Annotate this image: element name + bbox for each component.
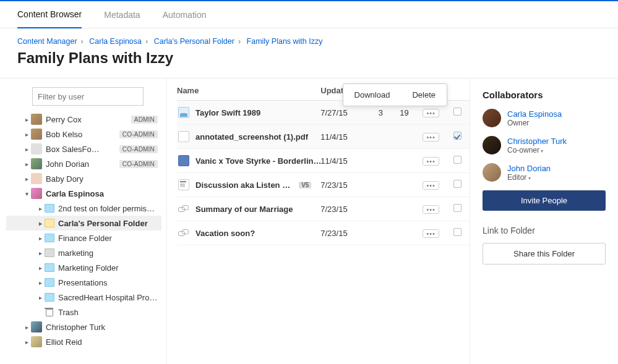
link-icon <box>178 203 189 214</box>
chevron-down-icon <box>539 146 543 154</box>
folder-icon <box>45 219 54 227</box>
sidebar-user-item[interactable]: ▸Perry CoxADMIN <box>6 112 161 127</box>
tab-metadata[interactable]: Metadata <box>104 1 140 28</box>
sidebar-user-item[interactable]: ▸Christopher Turk <box>6 320 161 334</box>
file-name-cell: Taylor Swift 1989 <box>177 107 320 118</box>
chevron-right-icon[interactable]: ▸ <box>22 176 31 182</box>
filter-by-user-input[interactable] <box>32 87 144 106</box>
sidebar-folder-label: Marketing Folder <box>58 263 158 273</box>
chevron-right-icon[interactable]: ▸ <box>36 235 45 242</box>
chevron-right-icon[interactable]: ▸ <box>22 146 31 153</box>
folder-icon <box>45 248 54 257</box>
sidebar-user-item[interactable]: ▸Bob KelsoCO-ADMIN <box>6 127 161 142</box>
more-button[interactable]: ••• <box>423 157 439 166</box>
row-checkbox[interactable] <box>453 228 461 236</box>
collab-count-cell <box>369 173 392 197</box>
breadcrumb-item[interactable]: Carla Espinosa <box>89 37 142 46</box>
table-row[interactable]: Vanic x Tove Styrke - Borderlin…11/4/15•… <box>177 149 470 173</box>
more-button[interactable]: ••• <box>423 109 439 117</box>
avatar <box>483 109 501 127</box>
col-select-header[interactable] <box>446 78 470 101</box>
more-button[interactable]: ••• <box>423 133 439 142</box>
row-checkbox[interactable] <box>453 132 461 140</box>
folder-icon <box>45 293 54 302</box>
more-button[interactable]: ••• <box>423 181 439 190</box>
file-name-cell: Vacation soon? <box>177 227 320 239</box>
sidebar-folder-item[interactable]: ▸Marketing Folder <box>6 260 161 275</box>
chevron-right-icon[interactable]: ▸ <box>36 205 45 212</box>
table-row[interactable]: Discussion aka Listen …V57/23/15••• <box>177 173 470 197</box>
sidebar-folder-item[interactable]: ▸2nd test on folder permissi… <box>6 201 161 216</box>
chevron-down-icon[interactable]: ▾ <box>22 190 31 197</box>
more-button[interactable]: ••• <box>423 205 439 214</box>
table-row[interactable]: Summary of our Marriage7/23/15••• <box>177 197 470 221</box>
tab-content-browser[interactable]: Content Browser <box>17 2 82 28</box>
sidebar-folder-label: Trash <box>58 308 158 317</box>
avatar <box>31 321 42 332</box>
delete-button[interactable]: Delete <box>401 84 447 106</box>
sidebar-folder-item[interactable]: ▸Presentations <box>6 275 161 290</box>
table-row[interactable]: Vacation soon?7/23/15••• <box>177 221 470 245</box>
file-name-cell: Discussion aka Listen …V5 <box>177 179 320 190</box>
chevron-right-icon[interactable]: ▸ <box>22 131 31 138</box>
table-row[interactable]: annotated_screenshot (1).pdf11/4/15••• <box>177 125 470 149</box>
sidebar-folder-item[interactable]: ▸Finance Folder <box>6 231 161 245</box>
chevron-right-icon[interactable]: ▸ <box>22 161 31 167</box>
tab-automation[interactable]: Automation <box>163 1 207 28</box>
sidebar-user-label: Elliot Reid <box>46 337 158 347</box>
chevron-right-icon[interactable]: ▸ <box>36 265 45 271</box>
more-button[interactable]: ••• <box>423 229 439 238</box>
sidebar-user-item[interactable]: ▸Elliot Reid <box>6 334 161 349</box>
sidebar-folder-item[interactable]: ▸SacredHeart Hospital Projects <box>6 290 161 305</box>
breadcrumb-sep: › <box>81 37 84 46</box>
chevron-right-icon[interactable]: ▸ <box>22 116 31 123</box>
collaborator-role[interactable]: Editor <box>507 173 551 182</box>
row-checkbox[interactable] <box>453 204 461 212</box>
invite-people-button[interactable]: Invite People <box>483 190 606 211</box>
chevron-right-icon[interactable]: ▸ <box>36 279 45 286</box>
comment-count-cell <box>392 221 416 245</box>
chevron-right-icon[interactable]: ▸ <box>22 339 31 345</box>
share-folder-button[interactable]: Share this Folder <box>483 243 606 265</box>
collaborator-name[interactable]: Carla Espinosa <box>507 109 562 119</box>
role-badge: CO-ADMIN <box>119 160 158 168</box>
collaborator-name[interactable]: John Dorian <box>507 164 551 173</box>
content-area: ▸Perry CoxADMIN▸Bob KelsoCO-ADMIN▸Box Sa… <box>0 78 618 364</box>
file-area: Download Delete Name Updated 👥 🔖 More <box>167 78 470 364</box>
collaborator-name[interactable]: Christopher Turk <box>507 137 567 146</box>
mp3-icon <box>178 155 189 166</box>
sidebar-user-item[interactable]: ▸John DorianCO-ADMIN <box>6 156 161 171</box>
sidebar-user-item[interactable]: ▾Carla Espinosa <box>6 186 161 201</box>
file-name-label: Vacation soon? <box>195 229 255 238</box>
chevron-right-icon[interactable]: ▸ <box>36 250 45 256</box>
download-button[interactable]: Download <box>343 84 401 106</box>
breadcrumb-item[interactable]: Family Plans with Izzy <box>247 37 323 46</box>
chevron-down-icon <box>526 173 530 182</box>
top-tabs: Content Browser Metadata Automation <box>0 1 618 28</box>
chevron-right-icon[interactable]: ▸ <box>36 220 45 227</box>
breadcrumb-item[interactable]: Content Manager <box>17 37 77 46</box>
row-checkbox[interactable] <box>453 180 461 188</box>
sidebar-folder-item[interactable]: ▸Carla's Personal Folder <box>6 216 161 231</box>
user-tree: ▸Perry CoxADMIN▸Bob KelsoCO-ADMIN▸Box Sa… <box>6 112 161 349</box>
file-name-label: Taylor Swift 1989 <box>195 108 260 117</box>
sidebar-folder-label: 2nd test on folder permissi… <box>58 204 158 213</box>
pdf-icon <box>178 131 189 142</box>
collaborator-role[interactable]: Co-owner <box>507 146 567 154</box>
sidebar-folder-label: Presentations <box>58 278 158 287</box>
breadcrumb-item[interactable]: Carla's Personal Folder <box>154 37 234 46</box>
avatar <box>31 336 42 347</box>
sidebar-folder-item[interactable]: Trash <box>6 305 161 320</box>
sidebar-folder-item[interactable]: ▸marketing <box>6 245 161 260</box>
chevron-right-icon[interactable]: ▸ <box>22 324 31 331</box>
row-checkbox[interactable] <box>453 156 461 164</box>
sidebar-user-item[interactable]: ▸Box SalesFo…CO-ADMIN <box>6 142 161 156</box>
row-checkbox[interactable] <box>453 108 461 116</box>
updated-cell: 11/4/15 <box>320 125 369 149</box>
folder-icon <box>45 204 54 213</box>
file-name-label: Discussion aka Listen … <box>195 180 290 190</box>
chevron-right-icon[interactable]: ▸ <box>36 294 45 301</box>
sidebar-user-item[interactable]: ▸Baby Dory <box>6 171 161 186</box>
col-name-header[interactable]: Name <box>177 78 320 101</box>
page-title: Family Plans with Izzy <box>17 49 601 67</box>
